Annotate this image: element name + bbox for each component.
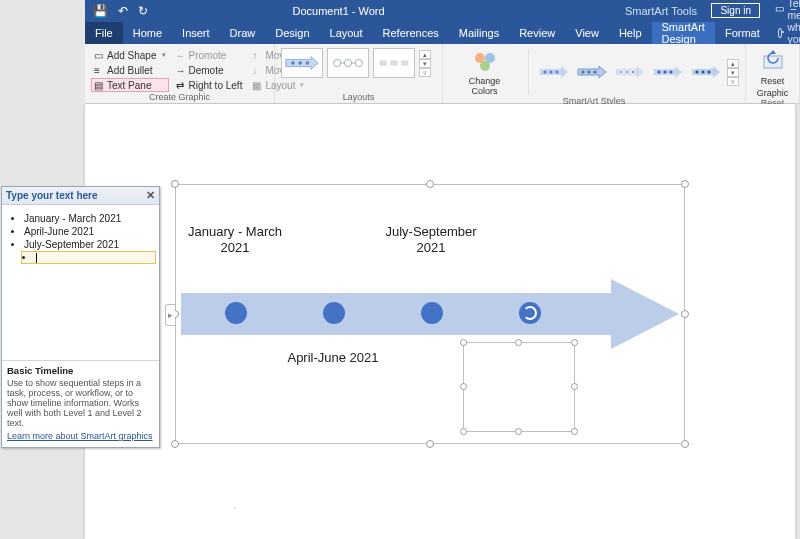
resize-handle-ne[interactable] — [681, 180, 689, 188]
list-item[interactable]: July-September 2021 — [24, 239, 155, 250]
group-label-create: Create Graphic — [91, 92, 268, 103]
resize-handle-n[interactable] — [426, 180, 434, 188]
inner-handle-ne[interactable] — [571, 339, 578, 346]
add-shape-icon: ▭ — [94, 50, 104, 60]
timeline-dot-2[interactable] — [323, 302, 345, 324]
timeline-label-1[interactable]: January - March 2021 — [185, 224, 285, 255]
smartart-graphic[interactable]: ▸ January - March 2021 April-June 2021 J… — [175, 184, 685, 444]
promote-button[interactable]: ←Promote — [173, 48, 246, 62]
add-bullet-button[interactable]: ≡Add Bullet — [91, 63, 169, 77]
promote-icon: ← — [176, 50, 186, 60]
text-pane-toggle-tab[interactable]: ▸ — [165, 304, 175, 326]
tab-help[interactable]: Help — [609, 22, 652, 44]
style-thumb-2[interactable] — [575, 59, 609, 85]
right-to-left-button[interactable]: ⇄Right to Left — [173, 78, 246, 92]
svg-point-20 — [581, 70, 584, 73]
tab-layout[interactable]: Layout — [320, 22, 373, 44]
svg-point-26 — [631, 70, 635, 74]
undo-icon[interactable]: ↶ — [118, 4, 128, 18]
inner-handle-nw[interactable] — [460, 339, 467, 346]
tab-draw[interactable]: Draw — [220, 22, 266, 44]
list-item[interactable]: January - March 2021 — [24, 213, 155, 224]
document-title: Document1 - Word — [293, 5, 385, 17]
inner-handle-e[interactable] — [571, 383, 578, 390]
timeline-dot-3[interactable] — [421, 302, 443, 324]
inner-handle-n[interactable] — [515, 339, 522, 346]
footer-description: Use to show sequential steps in a task, … — [7, 378, 142, 428]
tab-review[interactable]: Review — [509, 22, 565, 44]
resize-handle-sw[interactable] — [171, 440, 179, 448]
style-thumb-3[interactable] — [613, 59, 647, 85]
ribbon: ▭Add Shape▾ ≡Add Bullet ▤Text Pane ←Prom… — [85, 44, 800, 104]
tab-view[interactable]: View — [565, 22, 609, 44]
demote-icon: → — [176, 65, 186, 75]
tab-home[interactable]: Home — [123, 22, 172, 44]
ribbon-options-icon[interactable]: ▭ — [775, 3, 784, 14]
layout-thumb-2[interactable] — [327, 48, 369, 78]
timeline-dot-1[interactable] — [225, 302, 247, 324]
group-layouts: ▴▾▿ Layouts — [275, 44, 443, 103]
svg-rect-11 — [401, 60, 408, 65]
layouts-more[interactable]: ▴▾▿ — [419, 50, 431, 77]
tab-smartart-design[interactable]: SmartArt Design — [652, 22, 715, 44]
save-icon[interactable]: 💾 — [93, 4, 108, 18]
svg-point-21 — [587, 70, 590, 73]
inner-handle-w[interactable] — [460, 383, 467, 390]
text-pane-footer: Basic Timeline Use to show sequential st… — [2, 360, 159, 447]
proofing-marker: ˯ — [233, 498, 236, 510]
document-canvas[interactable]: ▸ January - March 2021 April-June 2021 J… — [85, 104, 795, 539]
style-thumb-4[interactable] — [651, 59, 685, 85]
add-shape-button[interactable]: ▭Add Shape▾ — [91, 48, 169, 62]
inner-handle-sw[interactable] — [460, 428, 467, 435]
tab-references[interactable]: References — [373, 22, 449, 44]
rtl-icon: ⇄ — [176, 80, 186, 90]
style-thumb-1[interactable] — [537, 59, 571, 85]
timeline-label-2[interactable]: April-June 2021 — [283, 350, 383, 366]
tab-file[interactable]: File — [85, 22, 123, 44]
group-label-layouts: Layouts — [281, 92, 436, 103]
quick-access-toolbar: 💾 ↶ ↻ — [93, 4, 148, 18]
svg-point-25 — [625, 70, 629, 74]
text-pane-body[interactable]: January - March 2021 April-June 2021 Jul… — [2, 205, 159, 360]
learn-more-link[interactable]: Learn more about SmartArt graphics — [7, 431, 154, 441]
text-pane-window[interactable]: Type your text here ✕ January - March 20… — [1, 186, 160, 448]
tab-design[interactable]: Design — [265, 22, 319, 44]
inner-handle-se[interactable] — [571, 428, 578, 435]
layout-thumb-1[interactable] — [281, 48, 323, 78]
svg-point-6 — [355, 59, 362, 66]
tab-format[interactable]: Format — [715, 22, 770, 44]
tell-me-search[interactable]: Tell me what you want to do — [778, 22, 800, 44]
svg-rect-35 — [764, 56, 782, 68]
change-colors-button[interactable]: Change Colors — [449, 48, 520, 96]
text-pane-button[interactable]: ▤Text Pane — [91, 78, 169, 92]
svg-point-33 — [701, 70, 704, 73]
resize-handle-se[interactable] — [681, 440, 689, 448]
svg-marker-36 — [770, 50, 776, 54]
demote-button[interactable]: →Demote — [173, 63, 246, 77]
list-item[interactable]: April-June 2021 — [24, 226, 155, 237]
text-pane-titlebar[interactable]: Type your text here ✕ — [2, 187, 159, 205]
sign-in-button[interactable]: Sign in — [711, 3, 760, 18]
text-placeholder-selection[interactable] — [463, 342, 575, 432]
timeline-dot-4[interactable] — [519, 302, 541, 324]
close-icon[interactable]: ✕ — [146, 189, 155, 202]
reset-graphic-button[interactable]: Reset Graphic — [752, 48, 793, 98]
move-down-icon: ↓ — [252, 65, 262, 75]
svg-point-22 — [593, 70, 596, 73]
resize-handle-nw[interactable] — [171, 180, 179, 188]
timeline-label-3[interactable]: July-September 2021 — [381, 224, 481, 255]
layout-icon: ▦ — [252, 80, 262, 90]
layout-thumb-3[interactable] — [373, 48, 415, 78]
list-item-editing[interactable] — [22, 252, 155, 263]
style-thumb-5[interactable] — [689, 59, 723, 85]
tab-mailings[interactable]: Mailings — [449, 22, 509, 44]
svg-point-30 — [669, 70, 672, 73]
redo-icon[interactable]: ↻ — [138, 4, 148, 18]
resize-handle-s[interactable] — [426, 440, 434, 448]
inner-handle-s[interactable] — [515, 428, 522, 435]
resize-handle-e[interactable] — [681, 310, 689, 318]
lightbulb-icon — [778, 28, 782, 38]
svg-rect-9 — [380, 60, 387, 65]
styles-more[interactable]: ▴▾▿ — [727, 59, 739, 86]
tab-insert[interactable]: Insert — [172, 22, 220, 44]
